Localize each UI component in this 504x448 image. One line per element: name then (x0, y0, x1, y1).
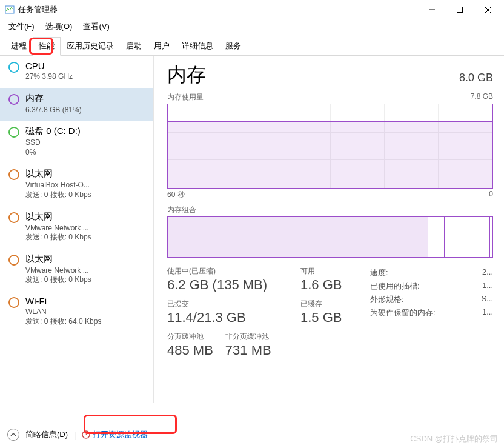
memory-composition-chart (167, 216, 493, 258)
collapse-button[interactable] (7, 429, 19, 441)
tab-details[interactable]: 详细信息 (176, 37, 219, 56)
sidebar-item-sub: VMware Network ... 发送: 0 接收: 0 Kbps (25, 266, 91, 285)
committed-label: 已提交 (167, 299, 300, 309)
chart1-max: 7.8 GB (471, 92, 493, 102)
memory-usage-chart (167, 104, 493, 189)
svg-line-6 (86, 433, 88, 435)
sidebar-item-sub: VirtualBox Host-O... 发送: 0 接收: 0 Kbps (25, 181, 91, 199)
inuse-value: 6.2 GB (135 MB) (167, 277, 300, 293)
titlebar: 任务管理器 (0, 0, 504, 19)
sidebar-item-cpu[interactable]: CPU 27% 3.98 GHz (0, 56, 153, 88)
sidebar-item-ethernet-3[interactable]: 以太网 VMware Network ... 发送: 0 接收: 0 Kbps (0, 249, 153, 291)
sidebar-item-memory[interactable]: 内存 6.3/7.8 GB (81%) (0, 88, 153, 121)
ethernet-icon (8, 169, 19, 180)
committed-value: 11.4/21.3 GB (167, 310, 300, 326)
chart1-axis-left: 60 秒 (167, 190, 185, 200)
page-title: 内存 (167, 62, 206, 89)
chart2-label: 内存组合 (167, 205, 196, 215)
cached-value: 1.5 GB (300, 310, 370, 326)
tab-startup[interactable]: 启动 (120, 37, 148, 56)
main-panel: 内存 8.0 GB 内存使用量 7.8 GB 60 秒 0 内存组合 (154, 56, 504, 403)
sidebar-item-sub: SSD 0% (25, 138, 81, 157)
menu-options[interactable]: 选项(O) (41, 20, 78, 33)
wifi-icon (8, 297, 19, 308)
ethernet-icon (8, 212, 19, 223)
sidebar-item-label: 以太网 (25, 211, 91, 222)
tab-users[interactable]: 用户 (148, 37, 176, 56)
open-resource-monitor-link[interactable]: 打开资源监视器 (82, 429, 148, 440)
sidebar-item-label: Wi-Fi (25, 296, 101, 306)
inuse-label: 使用中(已压缩) (167, 266, 300, 276)
sidebar-item-wifi[interactable]: Wi-Fi WLAN 发送: 0 接收: 64.0 Kbps (0, 291, 153, 332)
slots-value: 1... (482, 281, 493, 292)
nonpaged-label: 非分页缓冲池 (225, 332, 271, 342)
sidebar-item-sub: WLAN 发送: 0 接收: 64.0 Kbps (25, 307, 101, 326)
chart1-axis-right: 0 (489, 190, 493, 200)
reserved-value: 1... (482, 307, 493, 318)
close-button[interactable] (474, 0, 502, 19)
menu-view[interactable]: 查看(V) (78, 20, 114, 33)
chevron-up-icon (10, 432, 16, 438)
sidebar-item-sub: 27% 3.98 GHz (25, 72, 73, 82)
svg-rect-2 (457, 7, 463, 13)
menu-file[interactable]: 文件(F) (4, 20, 39, 33)
watermark: CSDN @打扑克牌的祭司 (410, 433, 498, 444)
sidebar-item-sub: VMware Network ... 发送: 0 接收: 0 Kbps (25, 224, 91, 242)
menubar: 文件(F) 选项(O) 查看(V) (0, 19, 504, 34)
avail-label: 可用 (300, 266, 370, 276)
form-value: S... (481, 294, 493, 305)
memory-capacity: 8.0 GB (459, 72, 493, 84)
sidebar-item-label: 以太网 (25, 253, 91, 265)
tabs: 进程 性能 应用历史记录 启动 用户 详细信息 服务 (0, 36, 504, 56)
ethernet-icon (8, 255, 19, 266)
sidebar-item-label: 以太网 (25, 168, 91, 179)
sidebar-item-label: 内存 (25, 93, 82, 104)
sidebar-item-ethernet-1[interactable]: 以太网 VirtualBox Host-O... 发送: 0 接收: 0 Kbp… (0, 163, 153, 206)
minimize-button[interactable] (418, 0, 446, 19)
nonpaged-value: 731 MB (225, 343, 271, 358)
cached-label: 已缓存 (300, 299, 370, 309)
tab-performance[interactable]: 性能 (33, 37, 61, 56)
sidebar-item-sub: 6.3/7.8 GB (81%) (25, 105, 82, 115)
sidebar[interactable]: CPU 27% 3.98 GHz 内存 6.3/7.8 GB (81%) 磁盘 … (0, 56, 154, 403)
window-title: 任务管理器 (18, 4, 58, 15)
speed-value: 2... (482, 267, 493, 278)
sidebar-item-ethernet-2[interactable]: 以太网 VMware Network ... 发送: 0 接收: 0 Kbps (0, 206, 153, 249)
sidebar-item-label: 磁盘 0 (C: D:) (25, 125, 81, 137)
avail-value: 1.6 GB (300, 277, 370, 293)
tab-services[interactable]: 服务 (219, 37, 247, 56)
cpu-icon (8, 62, 19, 73)
sidebar-item-label: CPU (25, 61, 73, 71)
speed-label: 速度: (370, 267, 388, 278)
memory-icon (8, 94, 19, 105)
reserved-label: 为硬件保留的内存: (370, 307, 436, 318)
stats: 使用中(已压缩) 6.2 GB (135 MB) 已提交 11.4/21.3 G… (167, 266, 493, 364)
footer: 简略信息(D) | 打开资源监视器 (7, 429, 148, 441)
chart1-label: 内存使用量 (167, 92, 204, 102)
slots-label: 已使用的插槽: (370, 281, 420, 292)
brief-info-link[interactable]: 简略信息(D) (25, 429, 68, 440)
form-label: 外形规格: (370, 294, 404, 305)
paged-label: 分页缓冲池 (167, 332, 213, 342)
resource-monitor-icon (82, 430, 90, 439)
app-icon (5, 5, 15, 15)
paged-value: 485 MB (167, 343, 213, 358)
disk-icon (8, 127, 19, 138)
sidebar-item-disk[interactable]: 磁盘 0 (C: D:) SSD 0% (0, 121, 153, 163)
tab-processes[interactable]: 进程 (5, 37, 33, 56)
tab-app-history[interactable]: 应用历史记录 (61, 37, 120, 56)
content: CPU 27% 3.98 GHz 内存 6.3/7.8 GB (81%) 磁盘 … (0, 56, 504, 403)
maximize-button[interactable] (446, 0, 474, 19)
